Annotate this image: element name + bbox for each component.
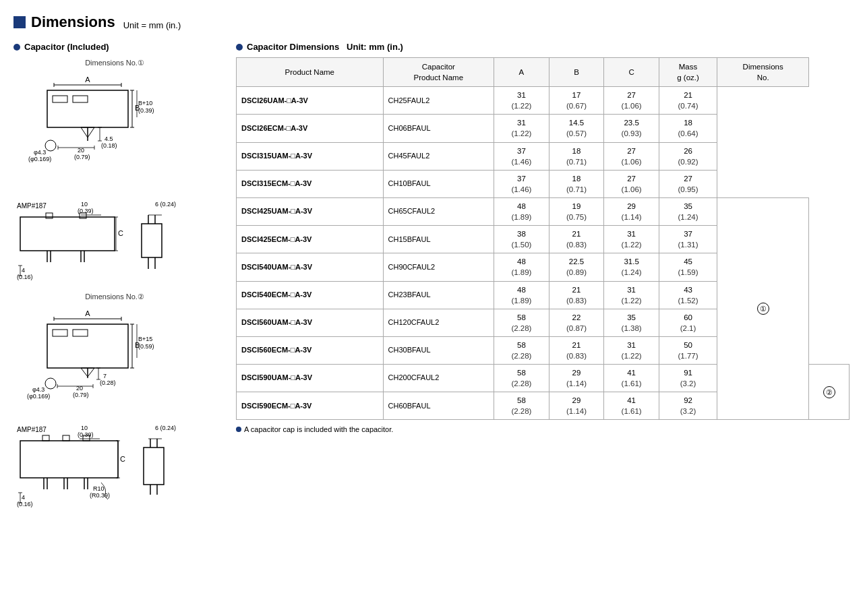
cell-a: 48(1.89) bbox=[494, 281, 549, 309]
cell-c: 27(1.06) bbox=[604, 170, 659, 197]
cell-b: 22(0.87) bbox=[549, 309, 604, 336]
page-title: Dimensions bbox=[13, 13, 115, 31]
svg-text:(R0.39): (R0.39) bbox=[90, 492, 110, 499]
dim2-label: Dimensions No.② bbox=[13, 292, 216, 301]
table-row: DSCI315ECM-□A-3VCH10BFAUL37(1.46)18(0.71… bbox=[237, 170, 850, 197]
svg-text:(0.39): (0.39) bbox=[138, 107, 154, 114]
left-panel: Capacitor (Included) Dimensions No.① A B bbox=[13, 42, 216, 520]
svg-text:7: 7 bbox=[103, 373, 107, 379]
cell-cap-product: CH25FAUL2 bbox=[383, 87, 494, 115]
table-row: DSCI425UAM-□A-3VCH65CFAUL248(1.89)19(0.7… bbox=[237, 197, 850, 225]
unit-label: Unit = mm (in.) bbox=[123, 20, 181, 30]
cell-cap-product: CH200CFAUL2 bbox=[383, 365, 494, 392]
cell-product-name: DSCI26UAM-□A-3V bbox=[237, 87, 384, 115]
cell-a: 48(1.89) bbox=[494, 197, 549, 225]
cell-b: 29(1.14) bbox=[549, 392, 604, 420]
cell-a: 31(1.22) bbox=[494, 87, 549, 115]
svg-rect-62 bbox=[73, 330, 88, 336]
cell-mass: 92(3.2) bbox=[659, 392, 717, 420]
svg-text:A: A bbox=[85, 75, 90, 84]
col-c: C bbox=[604, 58, 659, 87]
table-row: DSCI315UAM-□A-3VCH45FAUL237(1.46)18(0.71… bbox=[237, 142, 850, 170]
cell-mass: 50(1.77) bbox=[659, 336, 717, 364]
cell-a: 58(2.28) bbox=[494, 392, 549, 420]
svg-text:R10: R10 bbox=[93, 485, 105, 492]
svg-rect-113 bbox=[144, 448, 164, 485]
cell-product-name: DSCI26ECM-□A-3V bbox=[237, 115, 384, 142]
cell-cap-product: CH15BFAUL bbox=[383, 226, 494, 253]
cell-cap-product: CH30BFAUL bbox=[383, 336, 494, 364]
cell-mass: 60(2.1) bbox=[659, 309, 717, 336]
col-mass: Massg (oz.) bbox=[659, 58, 717, 87]
svg-rect-35 bbox=[20, 217, 115, 251]
svg-text:6 (0.24): 6 (0.24) bbox=[155, 201, 176, 208]
cell-cap-product: CH65CFAUL2 bbox=[383, 197, 494, 225]
cell-cap-product: CH60BFAUL bbox=[383, 392, 494, 420]
cell-b: 29(1.14) bbox=[549, 365, 604, 392]
svg-text:(φ0.169): (φ0.169) bbox=[28, 156, 51, 162]
table-section-title: Capacitor Dimensions Unit: mm (in.) bbox=[236, 42, 850, 52]
cell-product-name: DSCI425ECM-□A-3V bbox=[237, 226, 384, 253]
cell-a: 48(1.89) bbox=[494, 253, 549, 281]
cell-b: 14.5(0.57) bbox=[549, 115, 604, 142]
cell-b: 21(0.83) bbox=[549, 281, 604, 309]
svg-rect-6 bbox=[73, 96, 88, 102]
cell-cap-product: CH45FAUL2 bbox=[383, 142, 494, 170]
footnote: A capacitor cap is included with the cap… bbox=[236, 425, 850, 433]
footnote-dot-icon bbox=[236, 427, 241, 432]
cell-cap-product: CH10BFAUL bbox=[383, 170, 494, 197]
cell-cap-product: CH90CFAUL2 bbox=[383, 253, 494, 281]
cell-mass: 21(0.74) bbox=[659, 87, 717, 115]
cell-product-name: DSCI560ECM-□A-3V bbox=[237, 336, 384, 364]
cell-a: 58(2.28) bbox=[494, 365, 549, 392]
svg-rect-91 bbox=[20, 441, 118, 478]
cell-b: 22.5(0.89) bbox=[549, 253, 604, 281]
cell-product-name: DSCI425UAM-□A-3V bbox=[237, 197, 384, 225]
cell-c: 23.5(0.93) bbox=[604, 115, 659, 142]
cell-cap-product: CH06BFAUL bbox=[383, 115, 494, 142]
cell-mass: 43(1.52) bbox=[659, 281, 717, 309]
svg-text:(0.79): (0.79) bbox=[74, 154, 90, 160]
cell-c: 31(1.22) bbox=[604, 281, 659, 309]
amp187-diagram1: AMP#187 10 (0.39) 6 (0.24) C bbox=[13, 198, 216, 286]
col-dim-no: DimensionsNo. bbox=[717, 58, 809, 87]
cell-cap-product: CH120CFAUL2 bbox=[383, 309, 494, 336]
svg-rect-51 bbox=[142, 224, 162, 257]
svg-text:10: 10 bbox=[81, 425, 88, 431]
cell-dim-no: ② bbox=[809, 365, 850, 420]
cell-mass: 37(1.31) bbox=[659, 226, 717, 253]
cell-mass: 18(0.64) bbox=[659, 115, 717, 142]
cell-product-name: DSCI540UAM-□A-3V bbox=[237, 253, 384, 281]
cell-a: 37(1.46) bbox=[494, 142, 549, 170]
svg-text:4: 4 bbox=[22, 494, 25, 501]
svg-text:C: C bbox=[118, 229, 123, 237]
cell-b: 18(0.71) bbox=[549, 142, 604, 170]
table-row: DSCI26UAM-□A-3VCH25FAUL231(1.22)17(0.67)… bbox=[237, 87, 850, 115]
svg-text:C: C bbox=[120, 455, 125, 463]
svg-text:φ4.3: φ4.3 bbox=[34, 149, 46, 156]
cell-product-name: DSCI590UAM-□A-3V bbox=[237, 365, 384, 392]
cell-mass: 26(0.92) bbox=[659, 142, 717, 170]
svg-text:20: 20 bbox=[76, 385, 83, 392]
cell-c: 27(1.06) bbox=[604, 87, 659, 115]
cell-cap-product: CH23BFAUL bbox=[383, 281, 494, 309]
cell-c: 31(1.22) bbox=[604, 226, 659, 253]
svg-text:A: A bbox=[85, 309, 90, 317]
svg-rect-61 bbox=[53, 330, 67, 336]
cell-product-name: DSCI540ECM-□A-3V bbox=[237, 281, 384, 309]
svg-text:(φ0.169): (φ0.169) bbox=[27, 393, 50, 400]
col-a: A bbox=[494, 58, 549, 87]
svg-text:AMP#187: AMP#187 bbox=[17, 426, 47, 433]
main-layout: Capacitor (Included) Dimensions No.① A B bbox=[13, 42, 850, 520]
svg-rect-5 bbox=[53, 96, 67, 102]
cell-a: 58(2.28) bbox=[494, 336, 549, 364]
cell-mass: 45(1.59) bbox=[659, 253, 717, 281]
svg-text:(0.79): (0.79) bbox=[73, 392, 89, 398]
svg-text:(0.28): (0.28) bbox=[100, 379, 116, 386]
svg-text:4.5: 4.5 bbox=[105, 135, 113, 142]
cell-b: 21(0.83) bbox=[549, 226, 604, 253]
table-bullet-icon bbox=[236, 44, 243, 51]
cell-c: 35(1.38) bbox=[604, 309, 659, 336]
cell-b: 19(0.75) bbox=[549, 197, 604, 225]
cell-product-name: DSCI315UAM-□A-3V bbox=[237, 142, 384, 170]
